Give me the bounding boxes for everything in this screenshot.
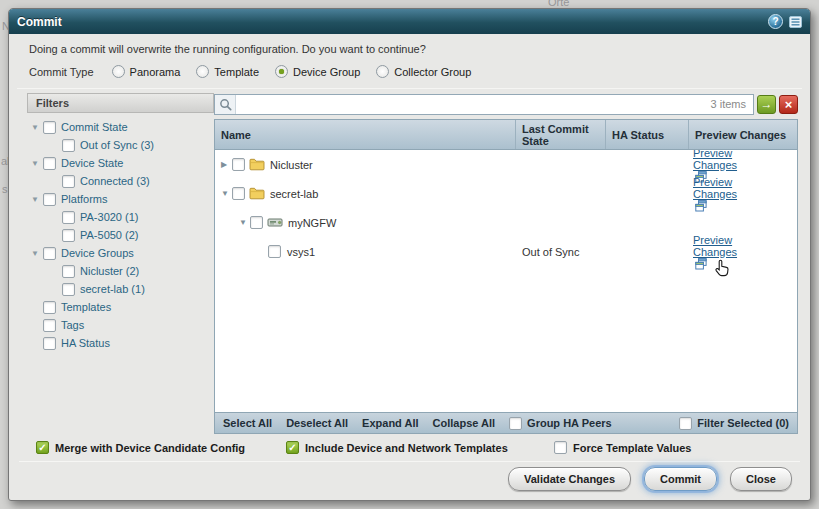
filter-item-pa-5050[interactable]: PA-5050 (2)	[27, 226, 214, 244]
checkbox[interactable]	[62, 265, 75, 278]
filter-label[interactable]: Commit State	[61, 121, 128, 133]
collapse-all-button[interactable]: Collapse All	[433, 417, 496, 429]
filter-group-templates[interactable]: Templates	[27, 298, 214, 316]
search-apply-button[interactable]: →	[757, 95, 776, 114]
expander-expanded-icon[interactable]: ▼	[31, 195, 43, 204]
filter-group-commit-state[interactable]: ▼ Commit State	[27, 118, 214, 136]
expander-expanded-icon[interactable]: ▼	[31, 159, 43, 168]
expander-expanded-icon[interactable]: ▼	[31, 249, 43, 258]
search-clear-button[interactable]: ×	[779, 95, 798, 114]
dialog-title: Commit	[17, 15, 762, 29]
expander-expanded-icon[interactable]: ▼	[239, 218, 250, 227]
table-row-secret-lab[interactable]: ▼ secret-lab Preview Changes	[215, 179, 797, 208]
deselect-all-button[interactable]: Deselect All	[286, 417, 348, 429]
group-ha-peers-checkbox[interactable]: Group HA Peers	[509, 417, 612, 430]
filter-label[interactable]: PA-3020 (1)	[80, 211, 139, 223]
include-templates-checkbox[interactable]: ✓ Include Device and Network Templates	[286, 441, 508, 454]
column-header-ha-status[interactable]: HA Status	[606, 120, 689, 149]
checkbox[interactable]	[43, 121, 56, 134]
table-row-vsys1[interactable]: vsys1 Out of Sync Preview Changes	[215, 237, 797, 266]
column-header-last-commit-state[interactable]: Last Commit State	[516, 120, 606, 149]
radio-collector-group[interactable]: Collector Group	[376, 65, 471, 78]
close-button[interactable]: Close	[730, 467, 792, 491]
checkbox[interactable]	[679, 417, 692, 430]
filter-label[interactable]: Out of Sync (3)	[80, 139, 154, 151]
filter-label[interactable]: PA-5050 (2)	[80, 229, 139, 241]
filter-label[interactable]: Nicluster (2)	[80, 265, 139, 277]
expand-all-button[interactable]: Expand All	[362, 417, 418, 429]
filter-label[interactable]: Tags	[61, 319, 84, 331]
expander-expanded-icon[interactable]: ▼	[31, 123, 43, 132]
checkbox-checked[interactable]: ✓	[286, 441, 299, 454]
filter-label[interactable]: Device Groups	[61, 247, 134, 259]
filter-label[interactable]: Connected (3)	[80, 175, 150, 187]
dialog-buttons: Validate Changes Commit Close	[508, 467, 792, 491]
checkbox[interactable]	[43, 247, 56, 260]
expander-collapsed-icon[interactable]: ▶	[221, 160, 232, 169]
filter-label[interactable]: Device State	[61, 157, 123, 169]
radio-device-group[interactable]: Device Group	[275, 65, 360, 78]
filter-item-connected[interactable]: Connected (3)	[27, 172, 214, 190]
checkbox[interactable]	[62, 211, 75, 224]
filter-item-nicluster[interactable]: Nicluster (2)	[27, 262, 214, 280]
commit-button[interactable]: Commit	[644, 467, 717, 491]
checkbox[interactable]	[62, 229, 75, 242]
filters-tree: ▼ Commit State Out of Sync (3) ▼ Device …	[27, 113, 214, 352]
filter-selected-checkbox[interactable]: Filter Selected (0)	[679, 417, 789, 430]
radio-template[interactable]: Template	[196, 65, 259, 78]
panel-toggle-icon[interactable]	[789, 16, 802, 28]
checkbox-label: Include Device and Network Templates	[305, 442, 508, 454]
commit-dialog: Commit ? Doing a commit will overwrite t…	[8, 8, 811, 501]
filter-label[interactable]: Templates	[61, 301, 111, 313]
search-field[interactable]: 3 items	[214, 94, 754, 115]
preview-windows-icon	[695, 200, 707, 212]
preview-changes-link[interactable]: Preview Changes	[693, 176, 751, 212]
checkbox[interactable]	[43, 337, 56, 350]
checkbox[interactable]	[43, 157, 56, 170]
last-commit-state-cell: Out of Sync	[516, 246, 606, 258]
select-all-button[interactable]: Select All	[223, 417, 272, 429]
checkbox[interactable]	[62, 139, 75, 152]
commit-warning-message: Doing a commit will overwrite the runnin…	[29, 43, 426, 55]
radio-selected-icon[interactable]	[275, 65, 288, 78]
radio-panorama[interactable]: Panorama	[112, 65, 181, 78]
preview-cell: Preview Changes	[689, 174, 797, 214]
radio-icon[interactable]	[196, 65, 209, 78]
column-header-name[interactable]: Name	[215, 120, 516, 149]
checkbox[interactable]	[43, 193, 56, 206]
validate-changes-button[interactable]: Validate Changes	[508, 467, 631, 491]
filter-label[interactable]: secret-lab (1)	[80, 283, 145, 295]
help-icon[interactable]: ?	[768, 14, 783, 29]
filter-group-device-state[interactable]: ▼ Device State	[27, 154, 214, 172]
checkbox[interactable]	[250, 216, 263, 229]
section-divider	[17, 88, 802, 89]
checkbox[interactable]	[268, 245, 281, 258]
filter-group-device-groups[interactable]: ▼ Device Groups	[27, 244, 214, 262]
checkbox[interactable]	[62, 175, 75, 188]
checkbox-checked[interactable]: ✓	[36, 441, 49, 454]
filter-group-ha-status[interactable]: HA Status	[27, 334, 214, 352]
checkbox[interactable]	[43, 301, 56, 314]
force-template-values-checkbox[interactable]: Force Template Values	[554, 441, 691, 454]
filter-item-secret-lab[interactable]: secret-lab (1)	[27, 280, 214, 298]
filter-group-tags[interactable]: Tags	[27, 316, 214, 334]
radio-label: Collector Group	[394, 66, 471, 78]
filter-item-out-of-sync[interactable]: Out of Sync (3)	[27, 136, 214, 154]
checkbox[interactable]	[509, 417, 522, 430]
merge-candidate-config-checkbox[interactable]: ✓ Merge with Device Candidate Config	[36, 441, 245, 454]
checkbox[interactable]	[232, 158, 245, 171]
checkbox[interactable]	[43, 319, 56, 332]
search-input[interactable]	[236, 95, 711, 114]
checkbox[interactable]	[554, 441, 567, 454]
radio-icon[interactable]	[376, 65, 389, 78]
checkbox[interactable]	[62, 283, 75, 296]
preview-changes-link[interactable]: Preview Changes	[693, 234, 751, 270]
column-header-preview-changes[interactable]: Preview Changes	[689, 120, 797, 149]
radio-icon[interactable]	[112, 65, 125, 78]
expander-expanded-icon[interactable]: ▼	[221, 189, 232, 198]
filter-group-platforms[interactable]: ▼ Platforms	[27, 190, 214, 208]
filter-label[interactable]: HA Status	[61, 337, 110, 349]
filter-item-pa-3020[interactable]: PA-3020 (1)	[27, 208, 214, 226]
filter-label[interactable]: Platforms	[61, 193, 107, 205]
checkbox[interactable]	[232, 187, 245, 200]
